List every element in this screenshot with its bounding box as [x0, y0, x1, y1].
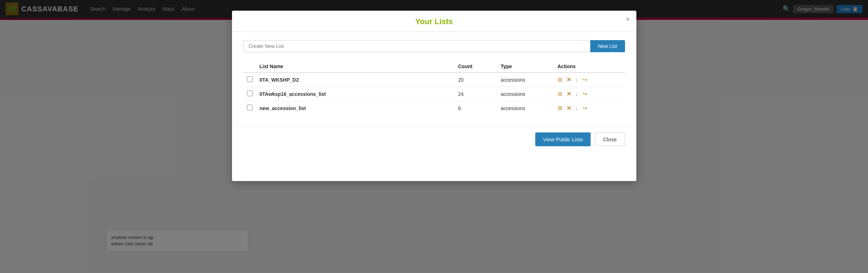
share-list-icon-0[interactable]: ↪ — [582, 76, 587, 83]
row-actions-0: ⊞ ✕ ↓ ↪ — [554, 72, 625, 87]
row-checkbox-0[interactable] — [247, 76, 253, 82]
row-checkbox-cell-0 — [243, 72, 256, 87]
row-count-1: 24 — [455, 87, 497, 101]
modal-title: Your Lists — [415, 17, 453, 26]
modal-footer: View Public Lists Close — [232, 126, 636, 146]
row-type-1: accessions — [497, 87, 554, 101]
new-list-button[interactable]: New List — [590, 40, 625, 52]
th-list-name: List Name — [256, 61, 455, 72]
row-type-0: accessions — [497, 72, 554, 87]
create-new-list-input[interactable] — [243, 40, 590, 52]
modal-header: Your Lists × — [232, 11, 636, 32]
delete-list-icon-2[interactable]: ✕ — [566, 105, 571, 111]
row-actions-2: ⊞ ✕ ↓ ↪ — [554, 101, 625, 115]
view-public-lists-button[interactable]: View Public Lists — [535, 132, 591, 146]
row-checkbox-1[interactable] — [247, 91, 253, 96]
share-list-icon-1[interactable]: ↪ — [582, 91, 587, 97]
th-checkbox — [243, 61, 256, 72]
row-count-2: 6 — [455, 101, 497, 115]
row-checkbox-2[interactable] — [247, 105, 253, 110]
view-list-icon-2[interactable]: ⊞ — [558, 105, 562, 111]
row-list-name-2: new_accession_list — [256, 101, 455, 115]
download-list-icon-2[interactable]: ↓ — [575, 105, 578, 111]
new-list-row: New List — [243, 40, 625, 52]
th-count: Count — [455, 61, 497, 72]
table-row: new_accession_list 6 accessions ⊞ ✕ ↓ ↪ — [243, 101, 625, 115]
download-list-icon-1[interactable]: ↓ — [575, 91, 578, 97]
row-checkbox-cell-1 — [243, 87, 256, 101]
modal-body: New List List Name Count Type Actions — [232, 32, 636, 121]
share-list-icon-2[interactable]: ↪ — [582, 105, 587, 111]
row-type-2: accessions — [497, 101, 554, 115]
lists-table: List Name Count Type Actions IITA_WKSHP_… — [243, 61, 625, 115]
th-actions: Actions — [554, 61, 625, 72]
modal-overlay: Your Lists × New List List Name Count Ty… — [0, 0, 868, 273]
close-button[interactable]: Close — [595, 132, 625, 146]
row-list-name-1: IITAwksp16_accessions_list — [256, 87, 455, 101]
row-count-0: 20 — [455, 72, 497, 87]
view-list-icon-1[interactable]: ⊞ — [558, 91, 562, 97]
download-list-icon-0[interactable]: ↓ — [575, 77, 578, 83]
delete-list-icon-0[interactable]: ✕ — [566, 76, 571, 83]
row-checkbox-cell-2 — [243, 101, 256, 115]
row-actions-1: ⊞ ✕ ↓ ↪ — [554, 87, 625, 101]
table-header-row: List Name Count Type Actions — [243, 61, 625, 72]
row-list-name-0: IITA_WKSHP_D2 — [256, 72, 455, 87]
table-row: IITA_WKSHP_D2 20 accessions ⊞ ✕ ↓ ↪ — [243, 72, 625, 87]
delete-list-icon-1[interactable]: ✕ — [566, 91, 571, 97]
modal-close-button[interactable]: × — [626, 16, 630, 23]
your-lists-modal: Your Lists × New List List Name Count Ty… — [232, 11, 636, 181]
view-list-icon-0[interactable]: ⊞ — [558, 76, 562, 83]
table-row: IITAwksp16_accessions_list 24 accessions… — [243, 87, 625, 101]
th-type: Type — [497, 61, 554, 72]
